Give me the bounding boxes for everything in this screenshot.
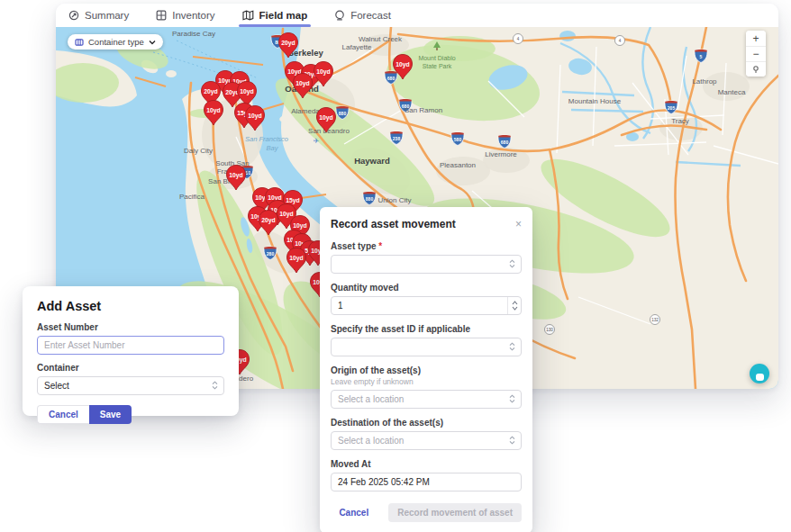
svg-text:880: 880 (339, 111, 347, 116)
svg-text:4: 4 (517, 37, 520, 41)
summary-icon (68, 10, 79, 21)
chevron-down-icon (149, 40, 156, 45)
select-chevrons-icon (509, 259, 515, 270)
asset-id-label: Specify the asset ID if applicable (331, 324, 522, 334)
svg-text:280: 280 (267, 251, 275, 257)
add-asset-title: Add Asset (37, 299, 224, 313)
city-label: San Ramon (405, 106, 442, 114)
asset-type-label: Asset type * (331, 241, 522, 251)
chat-bubble-icon (756, 374, 764, 381)
tab-field-map[interactable]: Field map (242, 4, 308, 27)
park-label: State Park (423, 63, 452, 69)
origin-select[interactable]: Select a location (331, 390, 522, 409)
svg-text:880: 880 (366, 196, 374, 202)
add-asset-panel: Add Asset Asset Number Container Select … (23, 286, 239, 416)
city-label: Livermore (485, 150, 517, 158)
container-select-value: Select (44, 381, 69, 391)
quantity-value: 1 (338, 301, 343, 311)
urban-area (703, 72, 750, 101)
svg-text:580: 580 (454, 137, 462, 142)
map-zoom-controls: + − (746, 31, 766, 77)
modal-cancel-button[interactable]: Cancel (333, 507, 374, 518)
city-label: Tracy (671, 117, 689, 125)
svg-text:10yd: 10yd (316, 68, 331, 76)
origin-label: Origin of the asset(s) (331, 365, 522, 375)
svg-text:20yd: 20yd (261, 217, 276, 224)
close-icon[interactable]: × (515, 219, 522, 230)
city-label: Mountain House (568, 97, 622, 105)
add-asset-cancel-button[interactable]: Cancel (37, 405, 89, 424)
record-movement-submit-button[interactable]: Record movement of asset (388, 503, 522, 522)
destination-label: Destination of the asset(s) (331, 418, 522, 428)
lake (559, 31, 576, 41)
city-label: Lafayette (342, 43, 372, 51)
svg-text:10yd: 10yd (319, 114, 333, 122)
city-label: Pleasanton (440, 161, 476, 169)
city-label: Paradise Cay (172, 30, 215, 38)
moved-at-input[interactable]: 24 Feb 2025 05:42 PM (331, 473, 522, 491)
city-label: Alameda (291, 107, 320, 115)
container-type-filter[interactable]: Container type (68, 34, 163, 50)
tab-summary[interactable]: Summary (68, 4, 129, 27)
field-map-icon (242, 10, 254, 21)
select-chevrons-icon (212, 381, 218, 392)
city-label: Daly City (184, 147, 213, 155)
add-asset-save-button[interactable]: Save (89, 405, 132, 424)
select-chevrons-icon (509, 394, 515, 405)
zoom-in-button[interactable]: + (746, 31, 766, 46)
container-select[interactable]: Select (37, 376, 224, 395)
inventory-icon (156, 10, 167, 21)
city-label: Union City (378, 196, 412, 204)
airport-icon: ✈ (314, 137, 320, 145)
route-shield: 4 (514, 34, 523, 44)
city-label: Manteca (718, 88, 746, 96)
svg-text:10yd: 10yd (206, 107, 221, 114)
quantity-stepper[interactable]: 1 (331, 296, 522, 315)
zoom-out-button[interactable]: − (746, 46, 766, 61)
park-label: Mount Diablo (418, 55, 455, 61)
page: Summary Inventory Field map Forecast (0, 0, 791, 532)
svg-text:680: 680 (501, 140, 509, 145)
svg-text:5: 5 (700, 54, 703, 59)
tab-label: Field map (259, 10, 308, 21)
tab-label: Inventory (172, 10, 214, 21)
tab-label: Forecast (350, 10, 391, 21)
tab-bar: Summary Inventory Field map Forecast (56, 4, 778, 27)
asset-id-select[interactable] (331, 338, 522, 356)
select-chevrons-icon (509, 436, 515, 446)
stepper-arrows-icon[interactable] (507, 297, 521, 314)
route-shield: 130 (545, 325, 555, 335)
city-label: Pacifica (179, 193, 205, 201)
svg-text:10yd: 10yd (396, 61, 410, 68)
svg-text:10yd: 10yd (279, 211, 294, 218)
svg-text:238: 238 (393, 136, 401, 141)
tab-label: Summary (85, 10, 129, 21)
chat-widget-button[interactable] (750, 364, 769, 383)
water-label: Bay (267, 144, 279, 152)
tab-forecast[interactable]: Forecast (334, 4, 391, 27)
svg-text:10yd: 10yd (295, 80, 310, 87)
origin-helper-text: Leave empty if unknown (331, 377, 522, 386)
route-shield: 4 (615, 36, 625, 46)
city-label: Hayward (354, 156, 390, 166)
container-icon (75, 38, 84, 47)
tab-inventory[interactable]: Inventory (156, 4, 214, 27)
asset-type-select[interactable] (331, 255, 522, 274)
destination-select[interactable]: Select a location (331, 431, 522, 450)
asset-number-input[interactable] (37, 336, 224, 355)
svg-text:10yd: 10yd (289, 255, 304, 262)
water-label: San Francisco (245, 135, 288, 143)
moved-at-label: Moved At (331, 459, 522, 469)
record-asset-movement-modal: Record asset movement × Asset type * Qua… (320, 207, 532, 532)
forecast-icon (334, 10, 345, 21)
svg-text:10yd: 10yd (240, 88, 254, 95)
svg-text:132: 132 (651, 318, 659, 322)
filter-label: Container type (88, 37, 144, 47)
svg-text:20yd: 20yd (204, 88, 218, 95)
container-label: Container (37, 363, 224, 373)
asset-number-label: Asset Number (37, 322, 224, 332)
svg-text:10yd: 10yd (229, 172, 243, 179)
recenter-pin-button[interactable] (746, 61, 766, 77)
quantity-label: Quantity moved (331, 283, 522, 293)
svg-text:205: 205 (668, 105, 676, 111)
